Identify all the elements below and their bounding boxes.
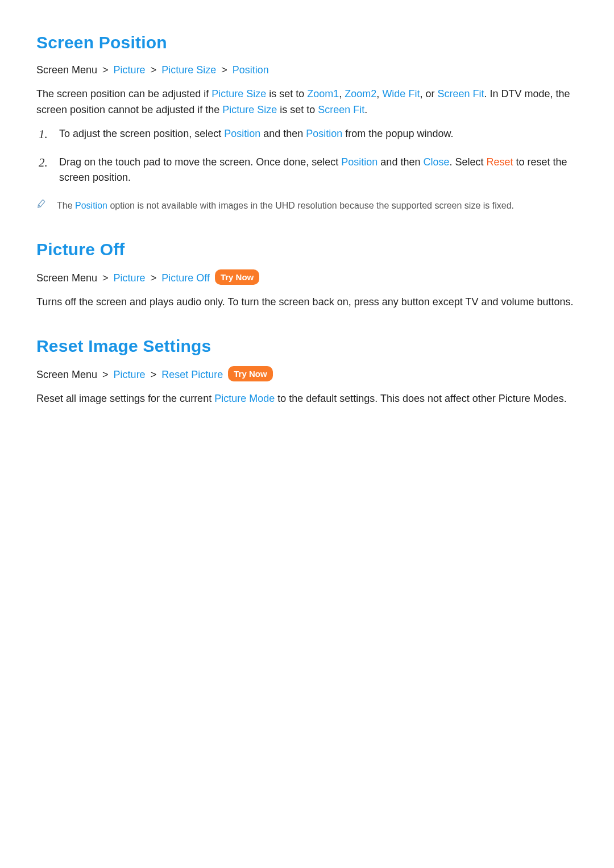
section-reset-image-settings: Reset Image Settings Screen Menu > Pictu… — [36, 337, 578, 407]
text: and then — [377, 156, 423, 168]
crumb-root: Screen Menu — [36, 64, 97, 76]
text: is set to — [266, 88, 307, 99]
text: to the default settings. This does not a… — [275, 393, 567, 404]
crumb-picture-off[interactable]: Picture Off — [161, 272, 210, 284]
list-item: 2. Drag on the touch pad to move the scr… — [36, 155, 578, 186]
text: The screen position can be adjusted if — [36, 88, 211, 99]
text: The — [57, 201, 75, 210]
separator-icon: > — [102, 367, 109, 383]
list-item: 1. To adjust the screen position, select… — [36, 126, 578, 142]
paragraph: Reset all image settings for the current… — [36, 391, 578, 407]
text: option is not available with images in t… — [107, 201, 514, 210]
heading-screen-position: Screen Position — [36, 33, 578, 52]
term-position: Position — [341, 156, 377, 168]
text: Drag on the touch pad to move the screen… — [59, 156, 341, 168]
breadcrumb: Screen Menu > Picture > Picture Size > P… — [36, 63, 578, 78]
crumb-reset-picture[interactable]: Reset Picture — [161, 369, 223, 380]
text: To adjust the screen position, select — [59, 128, 224, 139]
term-picture-size: Picture Size — [211, 88, 266, 99]
section-screen-position: Screen Position Screen Menu > Picture > … — [36, 33, 578, 214]
try-now-badge[interactable]: Try Now — [215, 269, 259, 285]
term-picture-mode: Picture Mode — [214, 393, 275, 404]
crumb-picture[interactable]: Picture — [114, 272, 146, 284]
ordered-list: 1. To adjust the screen position, select… — [36, 126, 578, 186]
separator-icon: > — [151, 367, 157, 383]
term-zoom2: Zoom2 — [345, 88, 376, 99]
heading-reset-image-settings: Reset Image Settings — [36, 337, 578, 356]
step-number: 2. — [39, 153, 48, 172]
heading-picture-off: Picture Off — [36, 240, 578, 259]
term-position: Position — [75, 201, 107, 210]
crumb-root: Screen Menu — [36, 369, 97, 380]
term-screen-fit: Screen Fit — [437, 88, 484, 99]
note-text: The Position option is not available wit… — [57, 198, 578, 214]
text: , — [376, 88, 382, 99]
term-reset: Reset — [487, 156, 513, 168]
document-page: Screen Position Screen Menu > Picture > … — [0, 0, 614, 456]
separator-icon: > — [151, 63, 157, 78]
term-zoom1: Zoom1 — [307, 88, 339, 99]
note: The Position option is not available wit… — [36, 198, 578, 214]
text: from the popup window. — [342, 128, 453, 139]
paragraph: Turns off the screen and plays audio onl… — [36, 294, 578, 310]
section-picture-off: Picture Off Screen Menu > Picture > Pict… — [36, 240, 578, 310]
separator-icon: > — [151, 271, 157, 286]
term-close: Close — [423, 156, 449, 168]
text: Reset all image settings for the current — [36, 393, 214, 404]
crumb-position[interactable]: Position — [233, 64, 269, 76]
breadcrumb: Screen Menu > Picture > Picture Off Try … — [36, 269, 578, 286]
text: is set to — [277, 104, 318, 115]
term-picture-size: Picture Size — [222, 104, 277, 115]
crumb-picture[interactable]: Picture — [114, 369, 146, 380]
text: and then — [260, 128, 306, 139]
text: . — [364, 104, 367, 115]
separator-icon: > — [102, 63, 109, 78]
note-icon — [36, 198, 47, 214]
separator-icon: > — [102, 271, 109, 286]
paragraph: The screen position can be adjusted if P… — [36, 86, 578, 118]
step-number: 1. — [39, 125, 48, 144]
try-now-badge[interactable]: Try Now — [228, 366, 272, 381]
crumb-picture[interactable]: Picture — [114, 64, 146, 76]
text: . Select — [449, 156, 486, 168]
breadcrumb: Screen Menu > Picture > Reset Picture Tr… — [36, 366, 578, 383]
term-position: Position — [306, 128, 342, 139]
crumb-picture-size[interactable]: Picture Size — [161, 64, 216, 76]
term-screen-fit: Screen Fit — [318, 104, 364, 115]
crumb-root: Screen Menu — [36, 272, 97, 284]
separator-icon: > — [221, 63, 227, 78]
term-position: Position — [224, 128, 260, 139]
text: , or — [420, 88, 437, 99]
term-wide-fit: Wide Fit — [382, 88, 420, 99]
text: , — [339, 88, 345, 99]
